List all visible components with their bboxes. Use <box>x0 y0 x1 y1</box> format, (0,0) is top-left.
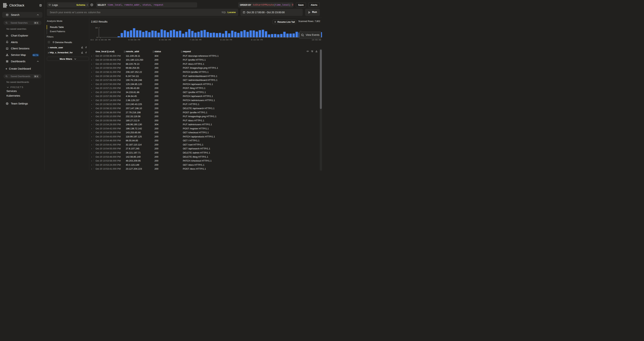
svg-text:7:35:00 PM: 7:35:00 PM <box>190 39 202 41</box>
svg-text:80: 80 <box>95 27 98 29</box>
svg-text:9:15:00 PM: 9:15:00 PM <box>251 39 263 41</box>
svg-text:6:45:00 PM: 6:45:00 PM <box>159 39 171 41</box>
svg-text:0: 0 <box>96 36 98 39</box>
svg-text:8:25:00 PM: 8:25:00 PM <box>220 39 232 41</box>
svg-text:Oct 20 5:00:00 PM: Oct 20 5:00:00 PM <box>90 39 110 41</box>
svg-text:View Events: View Events <box>306 34 320 36</box>
svg-text:5:55:00 PM: 5:55:00 PM <box>128 39 140 41</box>
